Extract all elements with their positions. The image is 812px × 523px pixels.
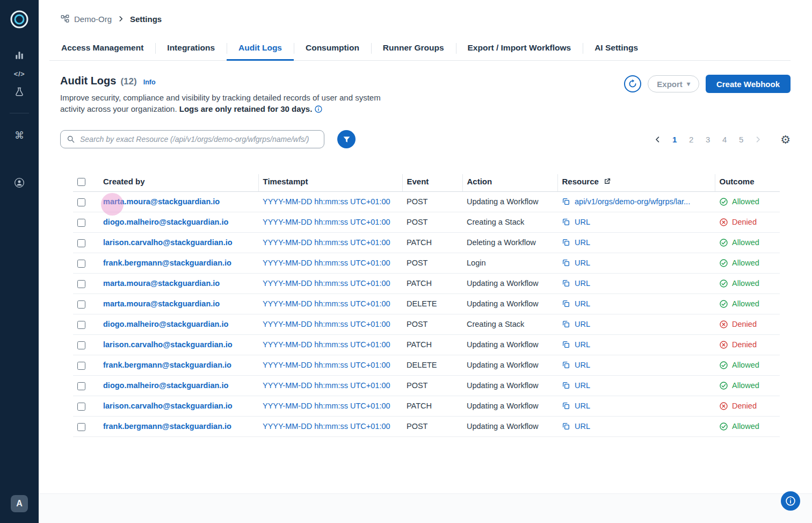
row-checkbox[interactable] xyxy=(77,321,85,329)
breadcrumb-org[interactable]: Demo-Org xyxy=(74,15,112,24)
copy-icon[interactable] xyxy=(562,218,570,226)
search-input[interactable] xyxy=(60,130,324,148)
row-checkbox[interactable] xyxy=(77,198,85,206)
created-by-link[interactable]: frank.bergmann@stackguardian.io xyxy=(103,259,231,267)
resource-link[interactable]: URL xyxy=(575,340,590,349)
table-settings-button[interactable]: ⚙ xyxy=(780,134,791,145)
created-by-link[interactable]: frank.bergmann@stackguardian.io xyxy=(103,361,231,369)
next-page-button[interactable] xyxy=(752,135,764,144)
resource-link[interactable]: URL xyxy=(575,218,590,226)
table-row[interactable]: larison.carvalho@stackguardian.io YYYY-M… xyxy=(73,396,780,416)
command-icon[interactable]: ⌘ xyxy=(9,126,30,145)
timestamp-link[interactable]: YYYY-MM-DD hh:mm:ss UTC+01:00 xyxy=(263,299,390,308)
tab-export-import-workflows[interactable]: Export / Import Workflows xyxy=(456,37,583,60)
copy-icon[interactable] xyxy=(562,340,570,349)
timestamp-link[interactable]: YYYY-MM-DD hh:mm:ss UTC+01:00 xyxy=(263,238,390,247)
row-checkbox[interactable] xyxy=(77,300,85,309)
created-by-link[interactable]: diogo.malheiro@stackguardian.io xyxy=(103,218,228,226)
table-row[interactable]: frank.bergmann@stackguardian.io YYYY-MM-… xyxy=(73,355,780,375)
flask-icon[interactable] xyxy=(9,83,30,101)
timestamp-link[interactable]: YYYY-MM-DD hh:mm:ss UTC+01:00 xyxy=(263,259,390,267)
page-button-4[interactable]: 4 xyxy=(719,134,730,145)
copy-icon[interactable] xyxy=(562,279,570,288)
copy-icon[interactable] xyxy=(562,238,570,247)
created-by-link[interactable]: marta.moura@stackguardian.io xyxy=(103,299,220,308)
row-checkbox[interactable] xyxy=(77,219,85,227)
export-button[interactable]: Export ▾ xyxy=(648,75,699,92)
tab-consumption[interactable]: Consumption xyxy=(294,37,371,60)
table-row[interactable]: marta.moura@stackguardian.io YYYY-MM-DD … xyxy=(73,273,780,293)
table-row[interactable]: frank.bergmann@stackguardian.io YYYY-MM-… xyxy=(73,253,780,273)
help-button[interactable] xyxy=(781,491,800,511)
table-row[interactable]: frank.bergmann@stackguardian.io YYYY-MM-… xyxy=(73,416,780,436)
created-by-link[interactable]: larison.carvalho@stackguardian.io xyxy=(103,340,233,349)
refresh-button[interactable] xyxy=(624,75,641,92)
profile-avatar-icon[interactable] xyxy=(9,174,30,192)
tab-audit-logs[interactable]: Audit Logs xyxy=(227,37,294,60)
tab-access-management[interactable]: Access Management xyxy=(49,37,155,60)
resource-link[interactable]: URL xyxy=(575,279,590,288)
timestamp-link[interactable]: YYYY-MM-DD hh:mm:ss UTC+01:00 xyxy=(263,361,390,369)
prev-page-button[interactable] xyxy=(651,135,664,144)
timestamp-link[interactable]: YYYY-MM-DD hh:mm:ss UTC+01:00 xyxy=(263,381,390,390)
create-webhook-button[interactable]: Create Webhook xyxy=(706,75,791,93)
row-checkbox[interactable] xyxy=(77,362,85,370)
resource-link[interactable]: URL xyxy=(575,381,590,390)
copy-icon[interactable] xyxy=(562,259,570,267)
timestamp-link[interactable]: YYYY-MM-DD hh:mm:ss UTC+01:00 xyxy=(263,340,390,349)
filter-button[interactable] xyxy=(337,130,356,148)
created-by-link[interactable]: diogo.malheiro@stackguardian.io xyxy=(103,381,228,390)
created-by-link[interactable]: marta.moura@stackguardian.io xyxy=(103,279,220,288)
resource-link[interactable]: URL xyxy=(575,320,590,328)
bar-chart-icon[interactable] xyxy=(9,46,30,65)
row-checkbox[interactable] xyxy=(77,239,85,247)
row-checkbox[interactable] xyxy=(77,341,85,349)
row-checkbox[interactable] xyxy=(77,260,85,268)
copy-icon[interactable] xyxy=(562,422,570,431)
resource-link[interactable]: URL xyxy=(575,402,590,410)
created-by-link[interactable]: marta.moura@stackguardian.io xyxy=(103,197,220,206)
created-by-link[interactable]: diogo.malheiro@stackguardian.io xyxy=(103,320,228,328)
resource-link[interactable]: URL xyxy=(575,238,590,247)
table-row[interactable]: larison.carvalho@stackguardian.io YYYY-M… xyxy=(73,232,780,253)
row-checkbox[interactable] xyxy=(77,280,85,288)
table-row[interactable]: diogo.malheiro@stackguardian.io YYYY-MM-… xyxy=(73,212,780,232)
copy-icon[interactable] xyxy=(562,361,570,369)
tab-runner-groups[interactable]: Runner Groups xyxy=(371,37,456,60)
timestamp-link[interactable]: YYYY-MM-DD hh:mm:ss UTC+01:00 xyxy=(263,197,390,206)
timestamp-link[interactable]: YYYY-MM-DD hh:mm:ss UTC+01:00 xyxy=(263,279,390,288)
timestamp-link[interactable]: YYYY-MM-DD hh:mm:ss UTC+01:00 xyxy=(263,218,390,226)
copy-icon[interactable] xyxy=(562,197,570,206)
timestamp-link[interactable]: YYYY-MM-DD hh:mm:ss UTC+01:00 xyxy=(263,402,390,410)
resource-link[interactable]: URL xyxy=(575,361,590,369)
table-row[interactable]: marta.moura@stackguardian.io YYYY-MM-DD … xyxy=(73,191,780,212)
row-checkbox[interactable] xyxy=(77,403,85,411)
page-button-3[interactable]: 3 xyxy=(702,134,714,145)
tab-integrations[interactable]: Integrations xyxy=(155,37,227,60)
created-by-link[interactable]: larison.carvalho@stackguardian.io xyxy=(103,402,233,410)
user-avatar[interactable]: A xyxy=(11,495,28,512)
page-button-5[interactable]: 5 xyxy=(735,134,747,145)
created-by-link[interactable]: larison.carvalho@stackguardian.io xyxy=(103,238,233,247)
row-checkbox[interactable] xyxy=(77,423,85,431)
page-button-2[interactable]: 2 xyxy=(685,134,697,145)
table-row[interactable]: diogo.malheiro@stackguardian.io YYYY-MM-… xyxy=(73,314,780,334)
timestamp-link[interactable]: YYYY-MM-DD hh:mm:ss UTC+01:00 xyxy=(263,320,390,328)
table-row[interactable]: marta.moura@stackguardian.io YYYY-MM-DD … xyxy=(73,293,780,314)
app-logo-icon[interactable] xyxy=(9,9,30,30)
table-row[interactable]: larison.carvalho@stackguardian.io YYYY-M… xyxy=(73,334,780,355)
tab-ai-settings[interactable]: AI Settings xyxy=(583,37,650,60)
page-button-1[interactable]: 1 xyxy=(669,134,680,145)
code-icon[interactable]: </> xyxy=(9,65,30,83)
resource-link[interactable]: api/v1/orgs/demo-org/wfgrps/lar... xyxy=(575,197,690,206)
info-circle-icon[interactable] xyxy=(314,105,323,117)
select-all-checkbox[interactable] xyxy=(77,178,85,186)
resource-link[interactable]: URL xyxy=(575,422,590,431)
resource-link[interactable]: URL xyxy=(575,259,590,267)
copy-icon[interactable] xyxy=(562,320,570,328)
resource-link[interactable]: URL xyxy=(575,299,590,308)
created-by-link[interactable]: frank.bergmann@stackguardian.io xyxy=(103,422,231,431)
copy-icon[interactable] xyxy=(562,381,570,390)
row-checkbox[interactable] xyxy=(77,382,85,390)
info-link[interactable]: Info xyxy=(143,78,156,86)
